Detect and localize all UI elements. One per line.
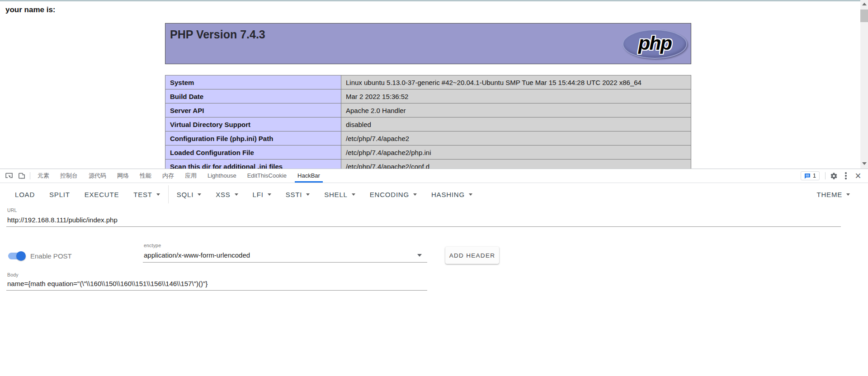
hackbar-menu-bar: LOAD SPLIT EXECUTE TEST SQLI XSS LFI SST… [0,183,868,205]
phpinfo-table: System Linux ubuntu 5.13.0-37-generic #4… [165,75,691,169]
row-value: Apache 2.0 Handler [341,103,691,118]
enable-post-row: Enable POST [8,249,72,262]
tab-lighthouse[interactable]: Lighthouse [203,169,241,183]
row-label: Server API [165,103,341,118]
menu-label: XSS [216,191,230,198]
chevron-down-icon [306,193,310,196]
inspect-element-icon[interactable] [3,170,15,182]
triangle-down-icon [862,162,867,165]
menu-label: SQLI [177,191,193,198]
phpinfo-header: PHP Version 7.4.3 php [165,23,691,64]
url-input[interactable] [6,216,841,226]
tabbar-right-controls: 1 × [801,170,868,182]
tab-sources[interactable]: 源代码 [84,169,111,183]
scrollbar-thumb[interactable] [860,9,868,22]
toolbar-separator [30,172,30,179]
chat-bubble-icon [804,173,811,179]
page-injected-text: your name is: [5,5,56,14]
menu-shell[interactable]: SHELL [317,183,363,205]
row-value: Linux ubuntu 5.13.0-37-generic #42~20.04… [341,75,691,89]
tab-network[interactable]: 网络 [113,169,133,183]
row-value: /etc/php/7.4/apache2/conf.d [341,160,691,169]
body-field-label: Body [7,272,19,277]
chevron-down-icon [235,193,238,196]
row-label: Scan this dir for additional .ini files [165,160,341,169]
scroll-up-button[interactable] [860,0,868,8]
tab-hackbar[interactable]: HackBar [293,169,325,183]
row-label: System [165,75,341,89]
menu-split[interactable]: SPLIT [42,183,77,205]
toggle-knob [16,251,26,261]
menu-load[interactable]: LOAD [8,183,42,205]
menu-sqli[interactable]: SQLI [170,183,208,205]
row-label: Build Date [165,89,341,103]
enable-post-toggle[interactable] [8,253,25,259]
enable-post-label: Enable POST [30,252,72,260]
menu-label: THEME [817,191,843,198]
tab-editthiscookie[interactable]: EditThisCookie [243,169,291,183]
page-top-strip [0,0,868,1]
device-toolbar-icon[interactable] [15,170,28,182]
table-row: System Linux ubuntu 5.13.0-37-generic #4… [165,75,691,89]
menu-hashing[interactable]: HASHING [424,183,480,205]
chevron-down-icon [469,193,472,196]
table-row: Virtual Directory Support disabled [165,118,691,132]
toolbar-separator [825,172,826,179]
row-value: Mar 2 2022 15:36:52 [341,89,691,103]
close-devtools-icon[interactable]: × [852,170,864,182]
menu-xss[interactable]: XSS [208,183,245,205]
menu-label: SSTI [286,191,302,198]
menu-test[interactable]: TEST [126,183,167,205]
tab-console[interactable]: 控制台 [56,169,82,183]
php-logo-text: php [638,32,671,56]
browser-page-phpinfo: your name is: PHP Version 7.4.3 php Syst… [0,0,868,169]
row-label: Loaded Configuration File [165,146,341,160]
php-logo: php [623,29,687,59]
menu-label: LFI [253,191,264,198]
menu-label: ENCODING [370,191,409,198]
tab-elements[interactable]: 元素 [33,169,54,183]
row-value: /etc/php/7.4/apache2/php.ini [341,146,691,160]
menu-theme[interactable]: THEME [810,183,858,205]
menu-label: HASHING [431,191,465,198]
chevron-down-icon [268,193,271,196]
table-row: Server API Apache 2.0 Handler [165,103,691,118]
settings-gear-icon[interactable] [827,170,840,182]
chevron-down-icon [198,193,201,196]
tab-performance[interactable]: 性能 [135,169,156,183]
row-value: /etc/php/7.4/apache2 [341,132,691,146]
screenshot-root: your name is: PHP Version 7.4.3 php Syst… [0,0,868,376]
menu-ssti[interactable]: SSTI [278,183,317,205]
enctype-selected-value: application/x-www-form-urlencoded [143,250,427,262]
tab-memory[interactable]: 内存 [158,169,179,183]
body-input[interactable] [6,280,427,290]
vertical-scrollbar[interactable] [860,0,868,169]
menu-label: TEST [133,191,152,198]
dropdown-arrow-icon [417,254,422,257]
url-field-wrap [6,216,841,227]
hackbar-panel: LOAD SPLIT EXECUTE TEST SQLI XSS LFI SST… [0,183,868,376]
php-version-title: PHP Version 7.4.3 [170,28,265,41]
console-messages-badge[interactable]: 1 [801,171,820,180]
chevron-down-icon [156,193,160,196]
chevron-down-icon [352,193,355,196]
menu-encoding[interactable]: ENCODING [363,183,424,205]
triangle-up-icon [862,3,867,5]
more-options-icon[interactable] [840,172,852,179]
badge-count: 1 [813,173,816,179]
devtools-panel: 元素 控制台 源代码 网络 性能 内存 应用 Lighthouse EditTh… [0,169,868,376]
chevron-down-icon [413,193,417,196]
menu-execute[interactable]: EXECUTE [77,183,126,205]
add-header-button[interactable]: ADD HEADER [445,247,499,264]
table-row: Loaded Configuration File /etc/php/7.4/a… [165,146,691,160]
table-row: Scan this dir for additional .ini files … [165,160,691,169]
tab-application[interactable]: 应用 [180,169,201,183]
devtools-tabbar: 元素 控制台 源代码 网络 性能 内存 应用 Lighthouse EditTh… [0,169,868,183]
menu-lfi[interactable]: LFI [245,183,278,205]
scroll-down-button[interactable] [860,160,868,167]
table-row: Build Date Mar 2 2022 15:36:52 [165,89,691,103]
menu-label: SHELL [324,191,348,198]
enctype-select[interactable]: application/x-www-form-urlencoded [143,250,427,263]
enctype-field-label: enctype [144,243,161,248]
table-row: Configuration File (php.ini) Path /etc/p… [165,132,691,146]
